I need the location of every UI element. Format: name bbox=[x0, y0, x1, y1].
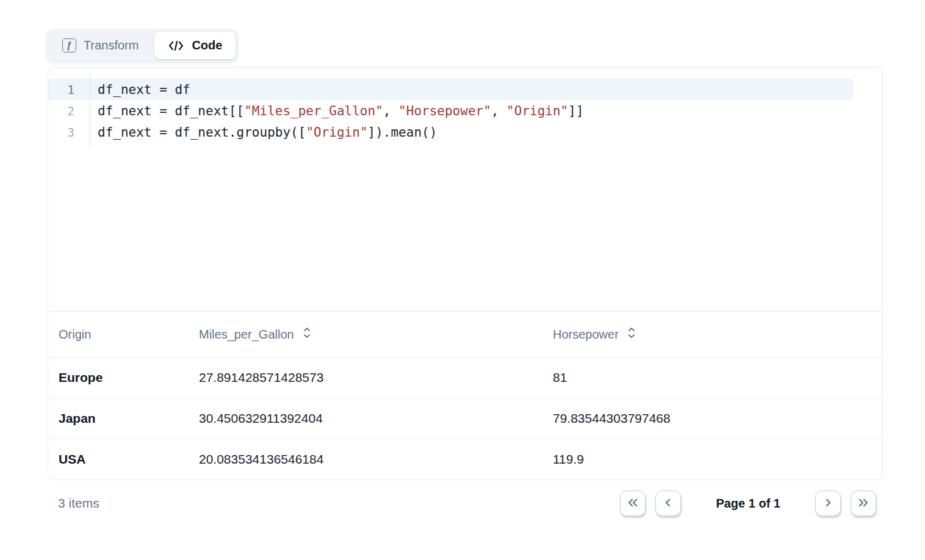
sort-updown-icon bbox=[627, 326, 636, 343]
tab-transform-label: Transform bbox=[84, 38, 139, 52]
cell-miles-per-gallon: 30.450632911392404 bbox=[199, 411, 553, 426]
code-brackets-icon bbox=[168, 40, 184, 52]
next-page-button[interactable] bbox=[815, 490, 841, 516]
cell-origin: Europe bbox=[59, 370, 199, 385]
cell-miles-per-gallon: 27.891428571428573 bbox=[199, 370, 553, 385]
items-count: 3 items bbox=[58, 496, 99, 511]
column-header-label: Origin bbox=[59, 328, 91, 342]
column-header-miles_per_gallon[interactable]: Miles_per_Gallon bbox=[199, 326, 553, 343]
column-header-origin: Origin bbox=[59, 328, 199, 342]
last-page-button[interactable] bbox=[851, 490, 876, 516]
chevron-left-icon bbox=[663, 497, 674, 510]
tab-transform[interactable]: ƒ Transform bbox=[49, 32, 152, 59]
line-number: 1 bbox=[48, 83, 90, 96]
chevrons-right-icon bbox=[857, 497, 870, 510]
code-and-table-panel: 1df_next = df2df_next = df_next[["Miles_… bbox=[48, 67, 883, 480]
table-row: Europe27.89142857142857381 bbox=[48, 357, 882, 398]
column-header-label: Horsepower bbox=[553, 328, 619, 342]
code-line-text: df_next = df_next[["Miles_per_Gallon", "… bbox=[90, 104, 584, 118]
table-row: USA20.083534136546184119.9 bbox=[48, 439, 882, 479]
gutter-divider bbox=[90, 71, 90, 148]
cell-miles-per-gallon: 20.083534136546184 bbox=[199, 452, 553, 467]
table-footer: 3 items Page 1 of 1 bbox=[48, 489, 883, 518]
code-line[interactable]: 2df_next = df_next[["Miles_per_Gallon", … bbox=[48, 100, 882, 121]
code-line-text: df_next = df_next.groupby(["Origin"]).me… bbox=[90, 125, 437, 140]
line-number: 3 bbox=[48, 126, 90, 139]
first-page-button[interactable] bbox=[620, 490, 646, 516]
table-row: Japan30.45063291139240479.83544303797468 bbox=[48, 398, 882, 439]
column-header-horsepower[interactable]: Horsepower bbox=[553, 326, 882, 343]
cell-origin: USA bbox=[59, 452, 199, 467]
line-number: 2 bbox=[48, 104, 90, 118]
code-line[interactable]: 1df_next = df bbox=[48, 79, 853, 100]
tab-code[interactable]: Code bbox=[154, 32, 236, 59]
tab-code-label: Code bbox=[192, 38, 222, 52]
code-editor[interactable]: 1df_next = df2df_next = df_next[["Miles_… bbox=[48, 68, 882, 311]
prev-page-button[interactable] bbox=[655, 490, 681, 516]
function-f-icon: ƒ bbox=[62, 38, 76, 52]
sort-updown-icon bbox=[303, 326, 311, 343]
cell-horsepower: 79.83544303797468 bbox=[553, 411, 882, 426]
cell-horsepower: 81 bbox=[553, 370, 882, 385]
view-switcher: ƒ Transform Code bbox=[46, 29, 238, 62]
code-line[interactable]: 3df_next = df_next.groupby(["Origin"]).m… bbox=[48, 121, 882, 143]
code-line-text: df_next = df bbox=[90, 82, 190, 97]
table-header-row: OriginMiles_per_GallonHorsepower bbox=[48, 311, 882, 357]
cell-origin: Japan bbox=[59, 411, 199, 426]
chevrons-left-icon bbox=[626, 497, 639, 510]
cell-horsepower: 119.9 bbox=[553, 452, 882, 467]
pagination: Page 1 of 1 bbox=[620, 490, 876, 516]
column-header-label: Miles_per_Gallon bbox=[199, 328, 294, 342]
page-indicator: Page 1 of 1 bbox=[716, 497, 780, 511]
chevron-right-icon bbox=[822, 497, 833, 510]
table-body: Europe27.89142857142857381Japan30.450632… bbox=[48, 357, 882, 479]
